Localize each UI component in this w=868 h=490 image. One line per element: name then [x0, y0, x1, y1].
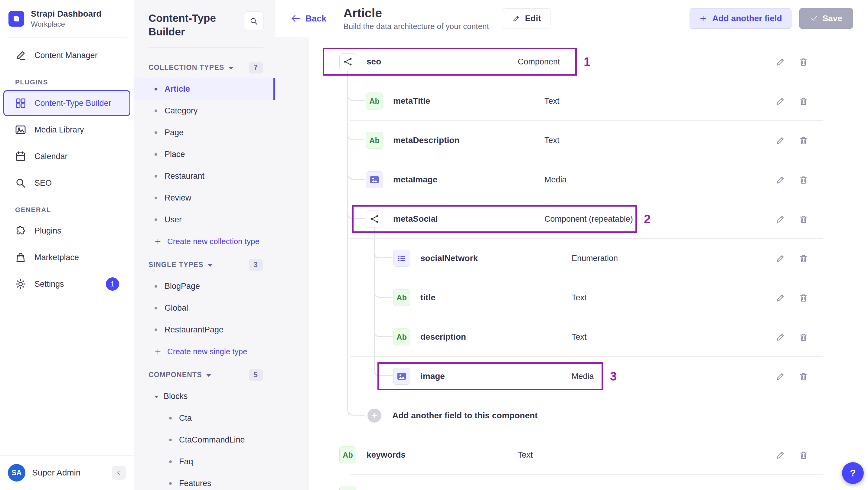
sidebar-item-marketplace[interactable]: Marketplace: [4, 245, 129, 270]
item-label: RestaurantPage: [164, 325, 223, 335]
help-button[interactable]: ?: [842, 462, 864, 484]
component-group-blocks[interactable]: Blocks: [134, 386, 275, 407]
row-separator: [350, 37, 823, 42]
edit-field-button[interactable]: [773, 487, 787, 490]
collection-type-review[interactable]: Review: [134, 187, 275, 209]
trash-icon: [799, 214, 808, 224]
component-faq[interactable]: Faq: [134, 451, 275, 473]
chevron-down-icon: [154, 396, 158, 398]
save-button[interactable]: Save: [799, 8, 853, 29]
annotation-number: 3: [610, 370, 617, 383]
collapse-sidebar-button[interactable]: [112, 466, 126, 480]
gear-icon: [14, 278, 27, 290]
sidebar-item-settings[interactable]: Settings 1: [4, 272, 129, 296]
edit-field-button[interactable]: [773, 55, 787, 69]
collection-type-article[interactable]: Article: [134, 78, 275, 100]
delete-field-button[interactable]: [796, 290, 810, 305]
back-label: Back: [306, 13, 326, 24]
sidebar-item-calendar[interactable]: Calendar: [4, 144, 129, 169]
field-row-description: Ab description Text: [309, 317, 868, 357]
item-label: Features: [179, 479, 211, 488]
component-cta[interactable]: Cta: [134, 407, 275, 429]
add-another-field-button[interactable]: Add another field: [689, 8, 791, 29]
edit-button[interactable]: Edit: [503, 8, 551, 28]
delete-field-button[interactable]: [796, 251, 810, 266]
edit-field-button[interactable]: [773, 251, 787, 266]
avatar[interactable]: SA: [8, 464, 25, 482]
bullet-icon: [155, 88, 157, 90]
delete-field-button[interactable]: [796, 487, 810, 490]
delete-field-button[interactable]: [796, 448, 810, 462]
field-type: Component (repeatable): [545, 214, 633, 224]
sidebar-item-media-library[interactable]: Media Library: [4, 118, 129, 142]
field-name: seo: [367, 57, 518, 66]
field-type-icon: Ab: [366, 171, 383, 188]
create-single-type-link[interactable]: Create new single type: [134, 341, 275, 363]
link-label: Create new collection type: [167, 237, 259, 246]
collection-type-page[interactable]: Page: [134, 122, 275, 144]
field-type-icon: Ab: [366, 211, 383, 227]
item-label: BlogPage: [164, 282, 200, 291]
trash-icon: [799, 450, 808, 460]
add-field-to-component-row[interactable]: Add another field to this component: [309, 396, 868, 435]
section-collection-types[interactable]: COLLECTION TYPES 7: [134, 55, 275, 78]
bullet-icon: [155, 153, 157, 156]
delete-field-button[interactable]: [796, 330, 810, 344]
delete-field-button[interactable]: [796, 212, 810, 226]
annotation-number: 1: [584, 55, 590, 69]
back-link[interactable]: Back: [290, 13, 326, 24]
edit-field-button[interactable]: [773, 212, 787, 226]
section-single-types[interactable]: SINGLE TYPES 3: [134, 252, 275, 276]
picture-icon: [14, 124, 27, 136]
delete-field-button[interactable]: [796, 133, 810, 148]
text-icon: Ab: [397, 294, 406, 302]
edit-field-button[interactable]: [773, 369, 787, 384]
item-label: Restaurant: [164, 172, 205, 181]
collection-type-place[interactable]: Place: [134, 144, 275, 165]
component-ctacommandline[interactable]: CtaCommandLine: [134, 429, 275, 451]
field-name: keywords: [367, 450, 518, 460]
edit-field-button[interactable]: [773, 133, 787, 148]
section-components[interactable]: COMPONENTS 5: [134, 363, 275, 386]
single-type-global[interactable]: Global: [134, 297, 275, 319]
delete-field-button[interactable]: [796, 94, 810, 108]
nav-label: Content-Type Builder: [34, 99, 111, 108]
delete-field-button[interactable]: [796, 369, 810, 384]
plus-icon[interactable]: [368, 409, 381, 423]
page-title: Article: [343, 6, 489, 20]
collection-type-restaurant[interactable]: Restaurant: [134, 165, 275, 187]
single-type-restaurantpage[interactable]: RestaurantPage: [134, 319, 275, 341]
delete-field-button[interactable]: [796, 173, 810, 187]
edit-field-button[interactable]: [773, 290, 787, 305]
sidebar-item-content-type-builder[interactable]: Content-Type Builder: [4, 91, 129, 115]
field-row-title: Ab title Text: [309, 278, 868, 317]
field-type: Media: [571, 372, 594, 381]
bullet-icon: [155, 131, 157, 134]
create-collection-type-link[interactable]: Create new collection type: [134, 231, 275, 252]
section-label: COLLECTION TYPES: [149, 63, 224, 72]
field-name: title: [421, 293, 571, 303]
collection-type-category[interactable]: Category: [134, 100, 275, 122]
app-title: Strapi Dashboard: [31, 9, 101, 19]
sidebar-item-seo[interactable]: SEO: [4, 171, 129, 195]
subnav-title: Content-Type Builder: [149, 11, 239, 39]
divider: [149, 47, 264, 48]
component-features[interactable]: Features: [134, 473, 275, 490]
sidebar-item-plugins[interactable]: Plugins: [4, 219, 129, 243]
main-sidebar: Strapi Dashboard Workplace Content Manag…: [0, 0, 134, 490]
collection-type-user[interactable]: User: [134, 209, 275, 231]
search-icon: [249, 17, 258, 26]
edit-field-button[interactable]: [773, 448, 787, 462]
text-icon: Ab: [369, 136, 379, 145]
annotation-number: 2: [644, 212, 651, 226]
edit-field-button[interactable]: [773, 94, 787, 108]
search-button[interactable]: [244, 11, 264, 31]
nav-label: Calendar: [34, 152, 68, 161]
single-type-blogpage[interactable]: BlogPage: [134, 276, 275, 297]
bullet-icon: [155, 329, 157, 331]
delete-field-button[interactable]: [796, 55, 810, 69]
collection-count-badge: 7: [249, 62, 263, 73]
edit-field-button[interactable]: [773, 173, 787, 187]
sidebar-item-content-manager[interactable]: Content Manager: [4, 43, 129, 67]
edit-field-button[interactable]: [773, 330, 787, 344]
